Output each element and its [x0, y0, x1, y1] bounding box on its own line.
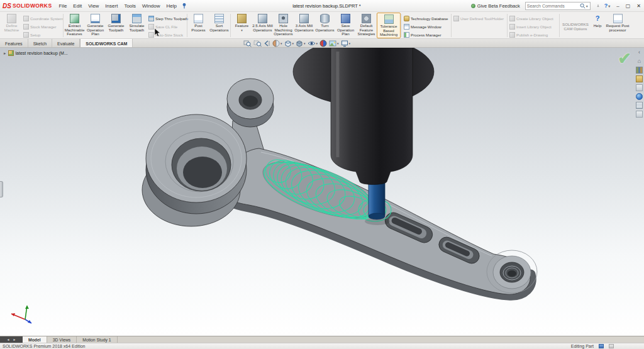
status-sync-icon[interactable]	[599, 344, 604, 348]
technology-database-button[interactable]: Technology Database	[402, 15, 450, 21]
tab-scroll-buttons[interactable]: ◄ ►	[0, 336, 23, 343]
tab-scroll-left-icon[interactable]: ◄	[7, 338, 10, 341]
publish-edrawing-button[interactable]: Publish e-Drawing	[508, 31, 558, 38]
turn-operations-button[interactable]: Turn Operations	[314, 13, 335, 38]
hide-show-items-button[interactable]: ▾	[307, 40, 319, 48]
menu-file[interactable]: File	[55, 0, 70, 11]
mill-3-axis-button[interactable]: 3 Axis Mill Operations	[294, 13, 314, 38]
custom-properties-icon[interactable]	[636, 102, 643, 109]
search-dropdown-icon[interactable]: ▾	[586, 4, 589, 8]
setup-button[interactable]: Setup	[22, 31, 62, 38]
solidworks-resources-icon[interactable]: ⌂	[636, 58, 643, 65]
maximize-button[interactable]: ▢	[623, 3, 634, 9]
save-cl-file-button[interactable]: Save CL File	[147, 23, 186, 30]
panel-expand-tab[interactable]	[0, 181, 3, 197]
view-palette-icon[interactable]	[636, 84, 643, 91]
extract-machinable-features-button[interactable]: Extract Machinable Features	[64, 13, 85, 38]
define-machine-button[interactable]: Define Machine	[1, 13, 22, 38]
command-search[interactable]: ▾	[525, 2, 591, 10]
tab-solidworks-cam[interactable]: SOLIDWORKS CAM	[80, 39, 133, 47]
previous-view-button[interactable]	[263, 40, 271, 48]
help-menu-icon[interactable]: ?▾	[602, 0, 614, 11]
generate-toolpath-button[interactable]: Generate Toolpath	[106, 13, 126, 38]
hole-machining-button[interactable]: Hole Machining Operations	[273, 13, 294, 38]
tree-expand-icon[interactable]: ▸	[4, 51, 6, 56]
file-explorer-icon[interactable]	[636, 75, 643, 82]
user-account-icon[interactable]	[594, 0, 602, 11]
display-style-button[interactable]: ▾	[295, 40, 306, 48]
tab-sketch[interactable]: Sketch	[28, 39, 52, 47]
post-process-button[interactable]: Post Process	[188, 13, 209, 38]
view-settings-button[interactable]: ▾	[340, 40, 352, 48]
tool-holder[interactable]	[293, 48, 434, 185]
beta-feedback-button[interactable]: Give Beta Feedback	[471, 3, 520, 9]
toolpath-stack: Step Thru Toolpath Save CL File Auto-Siz…	[147, 13, 186, 38]
menu-view[interactable]: View	[85, 0, 102, 11]
auto-size-stock-button[interactable]: Auto-Size Stock	[147, 31, 186, 38]
tab-evaluate[interactable]: Evaluate	[52, 39, 80, 47]
create-library-object-button[interactable]: Create Library Object	[508, 15, 558, 21]
library-stack: Create Library Object Insert Library Obj…	[508, 13, 558, 38]
close-button[interactable]: ✕	[633, 3, 644, 9]
menu-window[interactable]: Window	[139, 0, 163, 11]
publish-edrawing-icon	[509, 32, 515, 38]
menu-insert[interactable]: Insert	[102, 0, 121, 11]
message-window-button[interactable]: Message Window	[402, 23, 450, 30]
search-input[interactable]	[527, 4, 580, 8]
apply-scene-dropdown-icon[interactable]: ▾	[337, 42, 339, 45]
hide-show-dropdown-icon[interactable]: ▾	[316, 42, 318, 45]
status-grip-icon[interactable]	[609, 344, 614, 348]
tree-root-item[interactable]: latest revision backup (M...	[16, 51, 68, 55]
tab-motion-study-1[interactable]: Motion Study 1	[77, 336, 117, 343]
view-orientation-button[interactable]: ▾	[284, 40, 295, 48]
tab-3d-views[interactable]: 3D Views	[47, 336, 77, 343]
edit-appearance-button[interactable]	[319, 40, 328, 48]
tab-features[interactable]: Features	[0, 39, 28, 47]
feature-dropdown-icon[interactable]: ▾	[241, 29, 243, 32]
stock-manager-button[interactable]: Stock Manager	[22, 23, 62, 30]
graphics-viewport[interactable]: ▸ latest revision backup (M... ‹ ⌂ ✔	[0, 48, 644, 336]
confirmation-check-icon[interactable]: ✔	[618, 49, 631, 69]
tab-scroll-right-icon[interactable]: ►	[13, 338, 16, 341]
view-orientation-dropdown-icon[interactable]: ▾	[292, 42, 294, 45]
minimize-button[interactable]: –	[613, 3, 622, 9]
view-settings-dropdown-icon[interactable]: ▾	[349, 42, 351, 45]
process-manager-button[interactable]: Process Manager	[402, 31, 450, 38]
search-icon[interactable]	[580, 3, 586, 9]
simulate-toolpath-button[interactable]: Simulate Toolpath	[126, 13, 147, 38]
user-defined-tool-button[interactable]: User Defined Tool/Holder	[452, 15, 506, 21]
cam-help-icon: ?	[596, 14, 600, 23]
feature-button[interactable]: Feature ▾	[231, 13, 252, 38]
display-style-dropdown-icon[interactable]: ▾	[304, 42, 306, 45]
sort-operations-button[interactable]: Sort Operations	[209, 13, 230, 38]
zoom-fit-button[interactable]	[243, 40, 252, 48]
coordinate-system-button[interactable]: Coordinate System	[22, 15, 62, 21]
generate-operation-plan-button[interactable]: Generate Operation Plan	[85, 13, 106, 38]
viewport-3d-scene[interactable]	[0, 48, 644, 336]
document-title: latest revision backup.SLDPRT *	[292, 3, 361, 9]
request-post-processor-button[interactable]: Request Post processor	[604, 13, 631, 38]
default-feature-strategies-button[interactable]: Default Feature Strategies	[356, 13, 377, 38]
forum-icon[interactable]	[636, 111, 643, 118]
section-view-button[interactable]: ▾	[272, 40, 283, 48]
cam-options-button[interactable]: SOLIDWORKS CAM Options	[560, 13, 591, 38]
insert-library-object-button[interactable]: Insert Library Object	[508, 23, 558, 30]
appearances-icon[interactable]	[636, 93, 643, 100]
cam-help-button[interactable]: ? Help	[591, 13, 604, 38]
pin-menu-icon[interactable]	[181, 3, 187, 9]
insert-library-object-icon	[509, 24, 515, 30]
save-operation-plan-button[interactable]: Save Operation Plan	[335, 13, 356, 38]
zoom-area-button[interactable]	[253, 40, 262, 48]
section-view-dropdown-icon[interactable]: ▾	[280, 42, 282, 45]
menu-tools[interactable]: Tools	[121, 0, 139, 11]
design-library-icon[interactable]	[636, 67, 643, 74]
tolerance-based-machining-button[interactable]: Tolerance Based Machining	[377, 13, 401, 38]
tab-model[interactable]: Model	[23, 336, 47, 343]
menu-edit[interactable]: Edit	[70, 0, 85, 11]
mill-25-axis-button[interactable]: 2.5 Axis Mill Operations	[252, 13, 273, 38]
menu-help[interactable]: Help	[164, 0, 180, 11]
task-pane-strip: ‹ ⌂	[635, 49, 643, 118]
apply-scene-button[interactable]: ▾	[328, 40, 340, 48]
task-pane-collapse-icon[interactable]: ‹	[636, 49, 643, 56]
step-thru-toolpath-button[interactable]: Step Thru Toolpath	[147, 15, 186, 21]
